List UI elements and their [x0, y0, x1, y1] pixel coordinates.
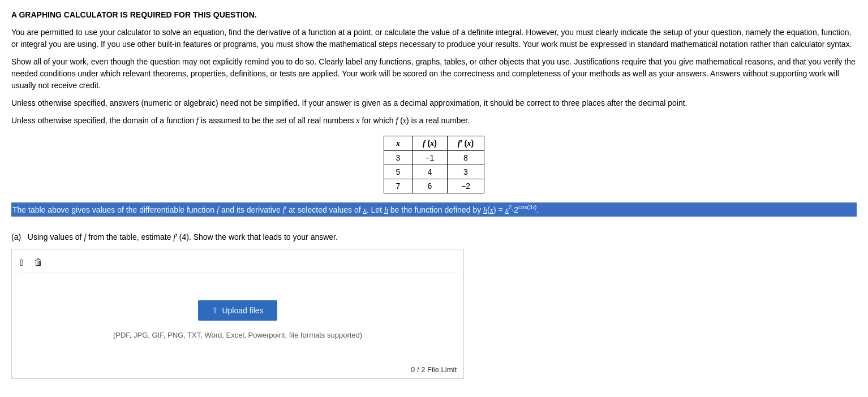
part-a-label: (a) Using values of f from the table, es…	[11, 231, 857, 243]
cell-x1: 3	[384, 151, 412, 165]
para3: Unless otherwise specified, answers (num…	[11, 97, 857, 109]
upload-toolbar: ⇧ 🗑	[18, 255, 458, 273]
upload-arrow-icon: ⇧	[212, 306, 218, 315]
col-header-x: x	[384, 136, 412, 151]
cell-x2: 5	[384, 165, 412, 179]
col-header-fx: f (x)	[412, 136, 447, 151]
para1: You are permitted to use your calculator…	[11, 27, 857, 50]
upload-content: ⇧ Upload files (PDF, JPG, GIF, PNG, TXT,…	[18, 278, 458, 358]
upload-icon[interactable]: ⇧	[18, 257, 25, 268]
para4: Unless otherwise specified, the domain o…	[11, 115, 857, 127]
cell-fx1: −1	[412, 151, 447, 165]
delete-icon[interactable]: 🗑	[34, 257, 43, 267]
file-limit: 0 / 2 File Limit	[411, 365, 457, 374]
upload-files-label: Upload files	[222, 306, 263, 315]
upload-files-button[interactable]: ⇧ Upload files	[198, 300, 277, 321]
cell-x3: 7	[384, 179, 412, 193]
cell-fpx3: −2	[447, 179, 484, 193]
upload-area: ⇧ 🗑 ⇧ Upload files (PDF, JPG, GIF, PNG, …	[11, 249, 464, 379]
highlighted-sentence: The table above gives values of the diff…	[11, 202, 857, 217]
col-header-fpx: f′ (x)	[447, 136, 484, 151]
table-row: 3 −1 8	[384, 151, 484, 165]
upload-formats: (PDF, JPG, GIF, PNG, TXT, Word, Excel, P…	[113, 330, 362, 341]
heading: A GRAPHING CALCULATOR IS REQUIRED FOR TH…	[11, 9, 857, 21]
cell-fx3: 6	[412, 179, 447, 193]
data-table-container: x f (x) f′ (x) 3 −1 8 5 4 3 7 6 −2	[11, 136, 857, 193]
cell-fx2: 4	[412, 165, 447, 179]
table-row: 5 4 3	[384, 165, 484, 179]
values-table: x f (x) f′ (x) 3 −1 8 5 4 3 7 6 −2	[384, 136, 484, 193]
cell-fpx1: 8	[447, 151, 484, 165]
table-row: 7 6 −2	[384, 179, 484, 193]
cell-fpx2: 3	[447, 165, 484, 179]
para2: Show all of your work, even though the q…	[11, 56, 857, 92]
